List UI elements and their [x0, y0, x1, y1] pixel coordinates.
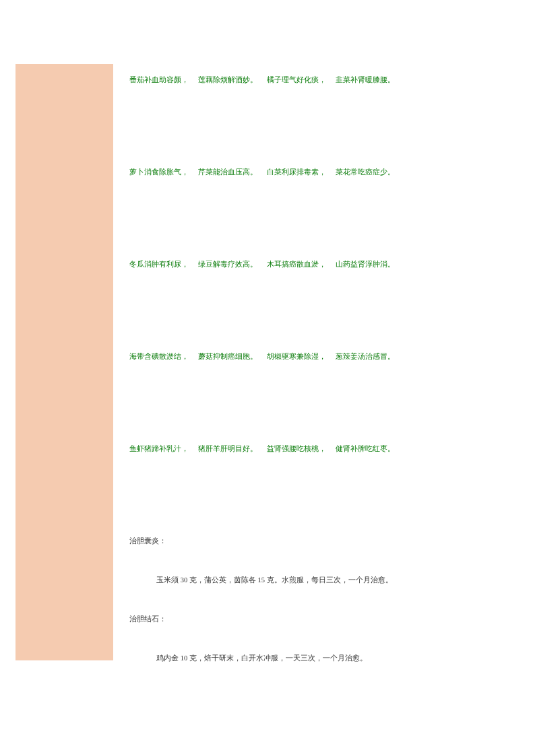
verse-phrase: 木耳搞癌散血淤，: [267, 259, 326, 271]
recipes-section: 治胆囊炎： 玉米须 30 克，蒲公英，茵陈各 15 克。水煎服，每日三次，一个月…: [129, 535, 513, 665]
verse-phrase: 韭菜补肾暖膝腰。: [336, 74, 395, 87]
verse-phrase: 海带含碘散淤结，: [129, 351, 189, 364]
left-sidebar: [15, 64, 113, 660]
verse-phrase: 益肾强腰吃核桃，: [267, 443, 326, 456]
verse-phrase: 鱼虾猪蹄补乳汁，: [129, 443, 189, 456]
verse-row: 萝卜消食除胀气， 芹菜能治血压高。 白菜利尿排毒素， 菜花常吃癌症少。: [129, 166, 513, 179]
recipe-body: 玉米须 30 克，蒲公英，茵陈各 15 克。水煎服，每日三次，一个月治愈。: [129, 574, 513, 587]
recipe-title: 治胆结石：: [129, 613, 513, 626]
verse-phrase: 芹菜能治血压高。: [198, 166, 257, 179]
verse-phrase: 菜花常吃癌症少。: [336, 166, 395, 179]
verse-phrase: 蘑菇抑制癌细胞。: [198, 351, 257, 364]
verse-phrase: 莲藕除烦解酒妙。: [198, 74, 257, 87]
verse-row: 冬瓜消肿有利尿， 绿豆解毒疗效高。 木耳搞癌散血淤， 山药益肾浮肿消。: [129, 259, 513, 271]
verse-phrase: 橘子理气好化痰，: [267, 74, 326, 87]
verse-phrase: 山药益肾浮肿消。: [336, 259, 395, 271]
verse-row: 鱼虾猪蹄补乳汁， 猪肝羊肝明目好。 益肾强腰吃核桃， 健肾补脾吃红枣。: [129, 443, 513, 456]
verse-phrase: 番茄补血助容颜，: [129, 74, 189, 87]
verse-phrase: 萝卜消食除胀气，: [129, 166, 189, 179]
verse-phrase: 冬瓜消肿有利尿，: [129, 259, 189, 271]
verse-phrase: 葱辣姜汤治感冒。: [336, 351, 395, 364]
verse-phrase: 猪肝羊肝明目好。: [198, 443, 257, 456]
recipe-title: 治胆囊炎：: [129, 535, 513, 548]
verse-phrase: 健肾补脾吃红枣。: [336, 443, 395, 456]
verse-phrase: 胡椒驱寒兼除湿，: [267, 351, 326, 364]
verse-row: 海带含碘散淤结， 蘑菇抑制癌细胞。 胡椒驱寒兼除湿， 葱辣姜汤治感冒。: [129, 351, 513, 364]
recipe-body: 鸡内金 10 克，焙干研末，白开水冲服，一天三次，一个月治愈。: [129, 652, 513, 665]
verse-phrase: 绿豆解毒疗效高。: [198, 259, 257, 271]
verse-phrase: 白菜利尿排毒素，: [267, 166, 326, 179]
verse-row: 番茄补血助容颜， 莲藕除烦解酒妙。 橘子理气好化痰， 韭菜补肾暖膝腰。: [129, 74, 513, 87]
document-content: 番茄补血助容颜， 莲藕除烦解酒妙。 橘子理气好化痰， 韭菜补肾暖膝腰。 萝卜消食…: [129, 74, 513, 691]
